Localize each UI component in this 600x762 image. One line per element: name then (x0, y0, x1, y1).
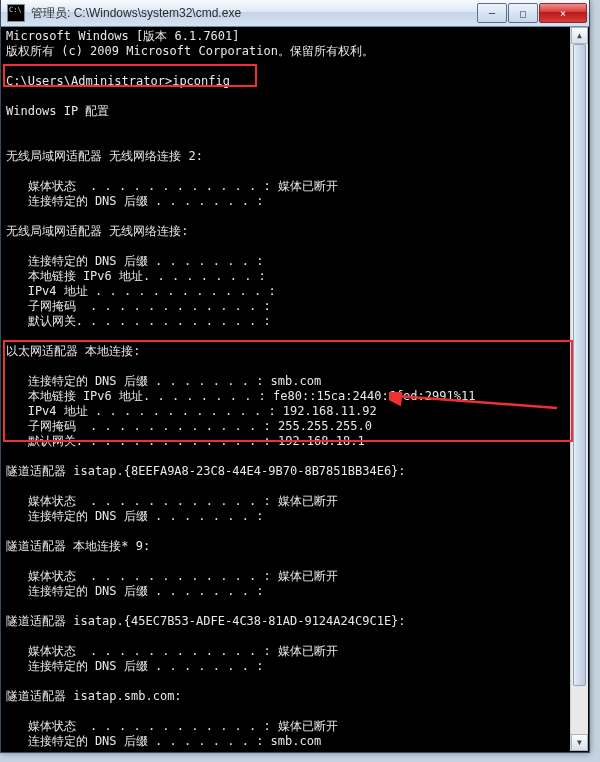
window-controls: ─ □ × (476, 3, 587, 23)
minimize-button[interactable]: ─ (477, 3, 507, 23)
titlebar[interactable]: 管理员: C:\Windows\system32\cmd.exe ─ □ × (1, 0, 589, 27)
scroll-track[interactable] (571, 44, 588, 734)
terminal-output[interactable]: Microsoft Windows [版本 6.1.7601] 版权所有 (c)… (2, 27, 571, 751)
line: 连接特定的 DNS 后缀 . . . . . . . : (6, 509, 263, 523)
line: 本地链接 IPv6 地址. . . . . . . . : (6, 269, 266, 283)
adapter-header: 隧道适配器 isatap.smb.com: (6, 689, 182, 703)
adapter-header: 隧道适配器 本地连接* 9: (6, 539, 150, 553)
line: 连接特定的 DNS 后缀 . . . . . . . : (6, 254, 263, 268)
minimize-icon: ─ (489, 8, 495, 19)
maximize-button[interactable]: □ (508, 3, 538, 23)
scroll-down-arrow-icon[interactable]: ▼ (571, 734, 588, 751)
prompt-line: C:\Users\Administrator>ipconfig (6, 74, 230, 88)
line: 本地链接 IPv6 地址. . . . . . . . : fe80::15ca… (6, 389, 475, 403)
adapter-header: 以太网适配器 本地连接: (6, 344, 140, 358)
adapter-header: 无线局域网适配器 无线网络连接: (6, 224, 188, 238)
line: 版权所有 (c) 2009 Microsoft Corporation。保留所有… (6, 44, 374, 58)
close-button[interactable]: × (539, 3, 587, 23)
close-icon: × (560, 8, 566, 19)
line: IPv4 地址 . . . . . . . . . . . . : (6, 284, 276, 298)
line: 连接特定的 DNS 后缀 . . . . . . . : (6, 194, 263, 208)
vertical-scrollbar[interactable]: ▲ ▼ (570, 27, 588, 751)
scroll-thumb[interactable] (573, 44, 586, 686)
window-title: 管理员: C:\Windows\system32\cmd.exe (31, 5, 476, 22)
cmd-icon (7, 4, 25, 22)
line: IPv4 地址 . . . . . . . . . . . . : 192.16… (6, 404, 377, 418)
line: 媒体状态 . . . . . . . . . . . . : 媒体已断开 (6, 569, 338, 583)
line: 默认网关. . . . . . . . . . . . . : (6, 314, 271, 328)
line: 子网掩码 . . . . . . . . . . . . : (6, 299, 271, 313)
line: Microsoft Windows [版本 6.1.7601] (6, 29, 240, 43)
line: 媒体状态 . . . . . . . . . . . . : 媒体已断开 (6, 719, 338, 733)
maximize-icon: □ (520, 8, 526, 19)
cmd-window: 管理员: C:\Windows\system32\cmd.exe ─ □ × M… (0, 0, 590, 753)
line: 媒体状态 . . . . . . . . . . . . : 媒体已断开 (6, 494, 338, 508)
line: 连接特定的 DNS 后缀 . . . . . . . : smb.com (6, 734, 321, 748)
line: 子网掩码 . . . . . . . . . . . . : 255.255.2… (6, 419, 372, 433)
line: 连接特定的 DNS 后缀 . . . . . . . : (6, 584, 263, 598)
line: Windows IP 配置 (6, 104, 109, 118)
adapter-header: 无线局域网适配器 无线网络连接 2: (6, 149, 203, 163)
line: 默认网关. . . . . . . . . . . . . : 192.168.… (6, 434, 365, 448)
line: 连接特定的 DNS 后缀 . . . . . . . : (6, 659, 263, 673)
line: 媒体状态 . . . . . . . . . . . . : 媒体已断开 (6, 179, 338, 193)
line: 连接特定的 DNS 后缀 . . . . . . . : smb.com (6, 374, 321, 388)
scroll-up-arrow-icon[interactable]: ▲ (571, 27, 588, 44)
line: 媒体状态 . . . . . . . . . . . . : 媒体已断开 (6, 644, 338, 658)
adapter-header: 隧道适配器 isatap.{45EC7B53-ADFE-4C38-81AD-91… (6, 614, 406, 628)
adapter-header: 隧道适配器 isatap.{8EEFA9A8-23C8-44E4-9B70-8B… (6, 464, 406, 478)
